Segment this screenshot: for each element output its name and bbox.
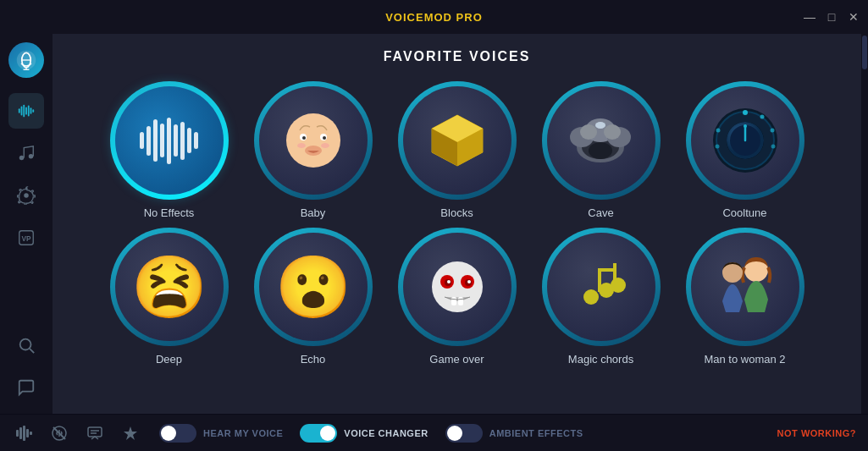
- ambient-effects-toggle[interactable]: [445, 424, 483, 443]
- content-area: FAVORITE VOICES: [53, 34, 861, 414]
- svg-rect-74: [26, 429, 29, 437]
- svg-point-13: [29, 154, 34, 159]
- voice-label-blocks: Blocks: [440, 206, 473, 219]
- svg-rect-10: [30, 107, 32, 113]
- svg-text:VP: VP: [21, 235, 31, 243]
- voice-changer-label: VOICE CHANGER: [344, 428, 428, 438]
- voices-row-1: No Effects: [78, 81, 836, 219]
- svg-rect-75: [30, 432, 32, 435]
- svg-point-48: [715, 145, 719, 149]
- svg-rect-5: [19, 108, 20, 113]
- svg-point-37: [604, 124, 621, 140]
- voice-card-cave[interactable]: Cave: [538, 81, 665, 219]
- svg-point-26: [321, 143, 329, 148]
- svg-point-14: [24, 193, 29, 198]
- scrollbar[interactable]: [861, 34, 868, 414]
- sidebar-item-chat[interactable]: [8, 370, 44, 405]
- sidebar: VP: [0, 34, 53, 414]
- svg-point-45: [770, 129, 774, 133]
- svg-point-44: [760, 115, 764, 119]
- svg-point-23: [323, 136, 326, 140]
- voice-card-baby[interactable]: Baby: [250, 81, 377, 219]
- voice-label-no-effects: No Effects: [144, 206, 195, 219]
- sidebar-item-voices[interactable]: [8, 93, 44, 129]
- svg-rect-61: [451, 297, 456, 305]
- svg-point-25: [297, 143, 306, 148]
- svg-point-60: [467, 280, 471, 283]
- svg-point-19: [286, 113, 340, 168]
- voices-grid: No Effects: [53, 73, 861, 414]
- voice-label-cave: Cave: [588, 206, 613, 219]
- svg-rect-9: [28, 106, 30, 117]
- voice-card-blocks[interactable]: Blocks: [394, 81, 521, 219]
- svg-rect-73: [23, 426, 25, 441]
- bottom-bar: HEAR MY VOICE VOICE CHANGER AMBIENT EFFE…: [0, 414, 868, 451]
- svg-rect-40: [595, 122, 605, 129]
- svg-rect-65: [598, 268, 601, 292]
- sidebar-item-settings[interactable]: [8, 178, 44, 213]
- voice-label-cooltune: Cooltune: [722, 206, 766, 219]
- effects-icon[interactable]: [119, 421, 142, 445]
- equalizer-icon[interactable]: [12, 421, 36, 445]
- svg-point-38: [589, 142, 612, 159]
- svg-rect-78: [88, 427, 102, 437]
- svg-point-43: [743, 110, 748, 115]
- mute-icon[interactable]: [47, 421, 71, 445]
- svg-rect-11: [32, 109, 34, 113]
- voice-changer-toggle-group: VOICE CHANGER: [300, 424, 428, 443]
- svg-rect-72: [19, 427, 22, 439]
- voice-card-cooltune[interactable]: Cooltune: [682, 81, 809, 219]
- app-logo[interactable]: [8, 42, 44, 78]
- hear-my-voice-label: HEAR MY VOICE: [203, 428, 283, 438]
- voice-changer-toggle[interactable]: [300, 424, 337, 443]
- svg-point-63: [583, 289, 599, 305]
- ambient-effects-toggle-group: AMBIENT EFFECTS: [445, 424, 583, 443]
- svg-point-12: [19, 156, 25, 161]
- svg-point-36: [580, 124, 597, 140]
- hear-my-voice-toggle[interactable]: [159, 424, 196, 443]
- svg-rect-71: [16, 430, 19, 437]
- svg-point-17: [20, 339, 31, 350]
- svg-point-47: [716, 129, 720, 133]
- svg-rect-7: [23, 105, 25, 118]
- chat-bubble-icon[interactable]: [83, 421, 107, 445]
- svg-point-59: [447, 280, 451, 283]
- svg-rect-67: [598, 268, 616, 272]
- sidebar-item-vp[interactable]: VP: [8, 220, 44, 256]
- svg-point-53: [744, 124, 747, 128]
- svg-point-54: [432, 261, 483, 312]
- svg-point-68: [611, 278, 626, 293]
- ambient-effects-label: AMBIENT EFFECTS: [489, 428, 583, 438]
- voices-row-2: 😫 Deep 😮 Echo: [78, 228, 836, 366]
- svg-rect-8: [25, 107, 27, 114]
- voice-card-man-to-woman[interactable]: Man to woman 2: [682, 228, 809, 366]
- maximize-button[interactable]: □: [824, 9, 839, 25]
- voice-card-echo[interactable]: 😮 Echo: [250, 228, 377, 366]
- svg-marker-81: [124, 426, 137, 440]
- svg-line-18: [30, 349, 34, 353]
- voice-label-man-to-woman: Man to woman 2: [704, 353, 785, 366]
- close-button[interactable]: ✕: [846, 9, 861, 25]
- minimize-button[interactable]: —: [802, 9, 817, 25]
- svg-point-46: [771, 145, 775, 149]
- sidebar-item-music[interactable]: [8, 135, 44, 171]
- voice-label-baby: Baby: [301, 206, 326, 219]
- voice-label-magic-chords: Magic chords: [568, 353, 633, 366]
- voice-card-deep[interactable]: 😫 Deep: [106, 228, 233, 366]
- not-working-button[interactable]: NOT WORKING?: [777, 428, 856, 438]
- voice-label-deep: Deep: [156, 353, 182, 366]
- svg-rect-6: [21, 107, 23, 116]
- title-bar: VOICEMOD PRO — □ ✕: [0, 0, 868, 34]
- voice-label-echo: Echo: [301, 353, 326, 366]
- voice-card-game-over[interactable]: Game over: [394, 228, 521, 366]
- svg-point-22: [302, 136, 306, 140]
- hear-my-voice-toggle-group: HEAR MY VOICE: [159, 424, 283, 443]
- svg-rect-62: [458, 297, 463, 305]
- section-title: FAVORITE VOICES: [53, 34, 861, 73]
- sidebar-item-search[interactable]: [8, 327, 44, 363]
- voice-label-game-over: Game over: [429, 353, 484, 366]
- app-title: VOICEMOD PRO: [385, 11, 483, 24]
- svg-line-77: [53, 427, 65, 439]
- voice-card-no-effects[interactable]: No Effects: [106, 81, 233, 219]
- voice-card-magic-chords[interactable]: Magic chords: [538, 228, 665, 366]
